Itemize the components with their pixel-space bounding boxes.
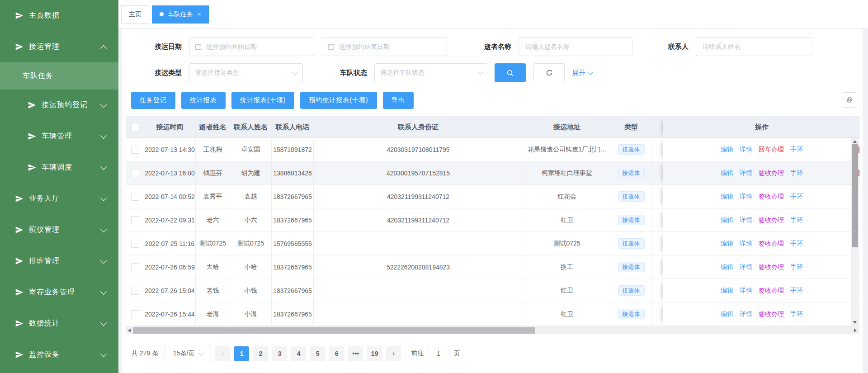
op-link[interactable]: 编辑 <box>721 310 733 318</box>
goto-page-input[interactable] <box>428 346 449 361</box>
toolbar-button[interactable]: 统计报表(十堰) <box>231 92 294 109</box>
date-end-input[interactable] <box>322 37 447 56</box>
op-link[interactable]: 编辑 <box>721 169 733 177</box>
row-cell: 2022-07-26 06:59 <box>144 255 196 279</box>
op-link[interactable]: 手环 <box>790 310 803 318</box>
op-purple-link[interactable]: 签收办理 <box>759 310 784 318</box>
op-link[interactable]: 手环 <box>790 193 803 201</box>
op-link[interactable]: 详情 <box>740 310 752 318</box>
scroll-left-arrow[interactable] <box>126 326 133 334</box>
cell-value: 红卫 <box>561 310 573 318</box>
op-link[interactable]: 详情 <box>740 169 752 177</box>
pickup-type-select[interactable]: 请选择接运类型 <box>189 63 303 82</box>
fleet-status-select[interactable]: 请选择车队状态 <box>374 63 488 82</box>
op-link[interactable]: 编辑 <box>721 193 733 201</box>
page-button[interactable]: 6 <box>329 346 344 361</box>
cell-value: 2022-07-25 11:16 <box>145 240 195 247</box>
toolbar-button[interactable]: 导出 <box>383 92 414 109</box>
prev-page-button[interactable]: ‹ <box>215 346 230 361</box>
op-link[interactable]: 编辑 <box>721 287 733 295</box>
tab-active[interactable]: 车队任务× <box>152 5 209 24</box>
op-purple-link[interactable]: 签收办理 <box>759 169 784 177</box>
horizontal-scrollbar[interactable] <box>126 326 859 334</box>
refresh-button[interactable] <box>533 63 565 82</box>
page-button[interactable]: 5 <box>310 346 325 361</box>
sidebar-item[interactable]: 主页数据 <box>0 0 118 31</box>
row-cell: 420303197108011795 <box>314 138 523 161</box>
row-checkbox[interactable] <box>131 193 139 201</box>
cell-value: 18372667965 <box>273 287 312 294</box>
op-red-link[interactable]: 回车办理 <box>759 146 784 154</box>
sidebar-item[interactable]: 监控设备 <box>0 339 118 370</box>
op-purple-link[interactable]: 签收办理 <box>759 216 784 224</box>
row-checkbox[interactable] <box>131 240 139 248</box>
expand-toggle[interactable]: 展开 <box>572 69 592 77</box>
more-pages-button[interactable]: ••• <box>348 346 363 361</box>
sidebar-item[interactable]: 数据统计 <box>0 308 118 339</box>
page-button[interactable]: 1 <box>234 346 249 361</box>
op-link[interactable]: 详情 <box>740 146 752 154</box>
sidebar-item[interactable]: 业务大厅 <box>0 183 118 214</box>
op-purple-link[interactable]: 签收办理 <box>759 287 784 295</box>
date-start-input[interactable] <box>189 37 314 56</box>
page-button[interactable]: 3 <box>272 346 287 361</box>
op-link[interactable]: 编辑 <box>721 146 733 154</box>
op-link[interactable]: 手环 <box>790 287 803 295</box>
op-link[interactable]: 详情 <box>740 240 752 248</box>
contact-field[interactable] <box>702 42 807 51</box>
op-link[interactable]: 编辑 <box>721 263 733 271</box>
toolbar-button[interactable]: 统计报表 <box>181 92 226 109</box>
search-button[interactable] <box>495 63 526 82</box>
close-icon[interactable]: × <box>198 11 201 17</box>
sidebar-item[interactable]: 车队任务 <box>0 62 118 90</box>
op-purple-link[interactable]: 签收办理 <box>759 193 784 201</box>
op-link[interactable]: 手环 <box>790 216 803 224</box>
op-link[interactable]: 手环 <box>790 146 803 154</box>
scroll-right-arrow[interactable] <box>852 326 859 334</box>
row-checkbox[interactable] <box>131 310 139 318</box>
row-checkbox[interactable] <box>131 146 139 154</box>
deceased-name-input[interactable] <box>519 37 632 56</box>
op-link[interactable]: 编辑 <box>721 240 733 248</box>
row-cell: 接遗体 <box>611 302 651 326</box>
sidebar-item[interactable]: 车辆调度 <box>0 152 118 183</box>
op-link[interactable]: 手环 <box>790 240 803 248</box>
row-checkbox[interactable] <box>131 287 139 295</box>
row-checkbox[interactable] <box>131 169 139 177</box>
op-link[interactable]: 详情 <box>740 287 752 295</box>
op-link[interactable]: 详情 <box>740 263 752 271</box>
sidebar-item[interactable]: 车辆管理 <box>0 121 118 152</box>
page-size-select[interactable]: 15条/页 <box>165 346 211 361</box>
op-purple-link[interactable]: 签收办理 <box>759 240 784 248</box>
op-link[interactable]: 详情 <box>740 216 752 224</box>
op-purple-link[interactable]: 签收办理 <box>759 263 784 271</box>
page-button[interactable]: 19 <box>367 346 382 361</box>
sidebar-item[interactable]: 殡仪管理 <box>0 214 118 246</box>
op-link[interactable]: 编辑 <box>721 216 733 224</box>
toolbar-button[interactable]: 任务登记 <box>131 92 175 109</box>
horizontal-scroll-thumb[interactable] <box>133 327 535 334</box>
sidebar-item[interactable]: 寄存业务管理 <box>0 277 118 308</box>
row-checkbox[interactable] <box>131 216 139 224</box>
row-checkbox[interactable] <box>131 263 139 271</box>
contact-input[interactable] <box>696 37 812 56</box>
op-link[interactable]: 手环 <box>790 263 803 271</box>
select-all-checkbox[interactable] <box>131 123 139 131</box>
date-end-field[interactable] <box>338 42 441 51</box>
page-button[interactable]: 4 <box>291 346 306 361</box>
sidebar-item[interactable]: 排班管理 <box>0 246 118 277</box>
vertical-scroll-thumb[interactable] <box>852 144 858 247</box>
date-start-field[interactable] <box>205 42 308 51</box>
toolbar-button[interactable]: 预约统计报表(十堰) <box>300 92 377 109</box>
op-link[interactable]: 详情 <box>740 193 752 201</box>
next-page-button[interactable]: › <box>386 346 401 361</box>
deceased-name-field[interactable] <box>524 42 627 51</box>
tab-item[interactable]: 主页 <box>121 5 149 24</box>
column-settings-button[interactable] <box>842 92 857 108</box>
op-link[interactable]: 手环 <box>790 169 803 177</box>
scroll-down-arrow[interactable] <box>851 319 859 326</box>
sidebar-item[interactable]: 接运管理 <box>0 31 118 62</box>
sidebar-item[interactable]: 接运预约登记 <box>0 90 118 121</box>
vertical-scrollbar[interactable] <box>851 138 859 326</box>
page-button[interactable]: 2 <box>253 346 268 361</box>
